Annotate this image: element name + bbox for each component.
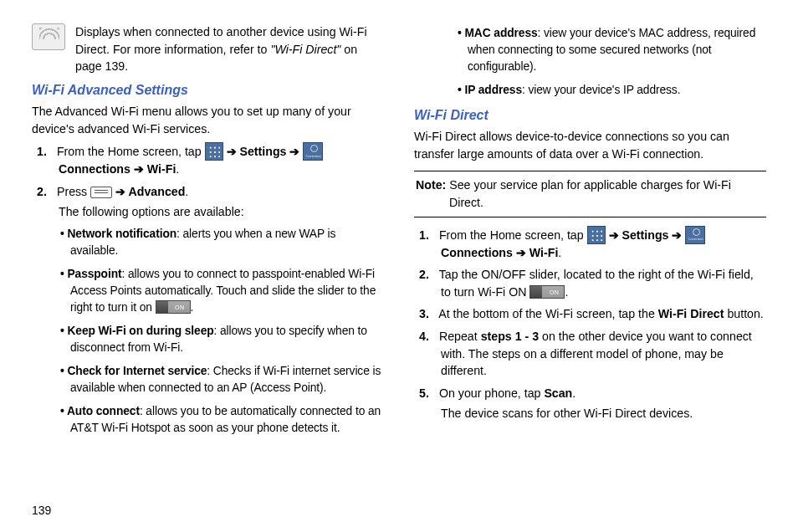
steps-ref: steps 1 - 3 bbox=[481, 330, 539, 343]
option-keep-wifi-sleep: Keep Wi-Fi on during sleep: allows you t… bbox=[60, 323, 384, 356]
text: . bbox=[565, 285, 568, 299]
arrow-icon: ➔ bbox=[668, 228, 685, 242]
advanced-label: Advanced bbox=[129, 185, 186, 198]
step-1: 1. From the Home screen, tap ➔ Settings … bbox=[436, 226, 766, 262]
note-text: See your service plan for applicable cha… bbox=[446, 178, 731, 209]
wifi-label: Wi-Fi bbox=[529, 246, 559, 259]
section-intro: Wi-Fi Direct allows device-to-device con… bbox=[414, 128, 766, 162]
cross-reference: "Wi-Fi Direct" bbox=[270, 43, 340, 56]
note-block: Note: See your service plan for applicab… bbox=[414, 171, 766, 217]
option-label: Network notification bbox=[67, 228, 176, 240]
left-column: Displays when connected to another devic… bbox=[32, 23, 384, 492]
text: From the Home screen, tap bbox=[57, 145, 205, 158]
option-network-notification: Network notification: alerts you when a … bbox=[60, 226, 384, 259]
advanced-steps: 1. From the Home screen, tap ➔ Settings … bbox=[54, 142, 384, 437]
step-number: 1. bbox=[419, 227, 436, 244]
step-number: 2. bbox=[37, 183, 54, 201]
on-toggle-icon bbox=[156, 300, 191, 314]
step-2: 2. Tap the ON/OFF slider, located to the… bbox=[436, 266, 766, 300]
option-text: : view your device's IP address. bbox=[522, 84, 680, 96]
step-number: 5. bbox=[419, 385, 436, 402]
arrow-icon: ➔ bbox=[513, 246, 529, 259]
section-intro: The Advanced Wi-Fi menu allows you to se… bbox=[32, 103, 384, 137]
step-4: 4. Repeat steps 1 - 3 on the other devic… bbox=[436, 328, 766, 380]
text: . bbox=[176, 162, 179, 176]
on-toggle-icon bbox=[529, 285, 565, 299]
text: . bbox=[558, 246, 561, 259]
wifi-direct-button-label: Wi-Fi Direct bbox=[658, 307, 724, 320]
apps-icon bbox=[205, 142, 223, 161]
option-label: Auto connect bbox=[67, 405, 140, 417]
page-columns: Displays when connected to another devic… bbox=[32, 23, 766, 492]
arrow-icon: ➔ bbox=[223, 145, 240, 158]
option-auto-connect: Auto connect: allows you to be automatic… bbox=[60, 403, 384, 437]
step-2: 2. Press ➔ Advanced. The following optio… bbox=[54, 183, 384, 437]
connections-label: Connections bbox=[59, 162, 130, 176]
step-number: 1. bbox=[37, 143, 54, 161]
advanced-options-list-cont: MAC address: view your device's MAC addr… bbox=[458, 25, 766, 99]
text: On your phone, tap bbox=[439, 386, 544, 400]
settings-label: Settings bbox=[622, 228, 668, 242]
option-label: MAC address bbox=[464, 27, 537, 39]
menu-icon bbox=[90, 187, 112, 198]
wifi-label: Wi-Fi bbox=[147, 162, 176, 176]
option-passpoint: Passpoint: allows you to connect to pass… bbox=[60, 266, 384, 316]
step-number: 3. bbox=[419, 305, 436, 323]
note-label: Note: bbox=[416, 178, 446, 192]
wifi-direct-indicator-block: Displays when connected to another devic… bbox=[32, 23, 384, 75]
text: Tap the ON/OFF slider, located to the ri… bbox=[439, 268, 754, 299]
advanced-options-list: Network notification: alerts you when a … bbox=[60, 226, 384, 437]
wifi-direct-steps: 1. From the Home screen, tap ➔ Settings … bbox=[436, 226, 766, 422]
section-heading-advanced: Wi-Fi Advanced Settings bbox=[32, 80, 384, 100]
text: Repeat bbox=[439, 330, 481, 343]
text: Press bbox=[57, 185, 90, 198]
wifi-direct-icon bbox=[32, 23, 65, 50]
option-check-internet: Check for Internet service: Checks if Wi… bbox=[60, 363, 384, 396]
right-column: MAC address: view your device's MAC addr… bbox=[414, 23, 766, 492]
connections-icon bbox=[303, 142, 323, 161]
section-heading-wifi-direct: Wi-Fi Direct bbox=[414, 105, 766, 125]
arrow-icon: ➔ bbox=[112, 185, 128, 198]
option-label: Keep Wi-Fi on during sleep bbox=[67, 325, 213, 337]
step-5-followup: The device scans for other Wi-Fi Direct … bbox=[441, 405, 766, 422]
option-text: . bbox=[191, 301, 194, 314]
step-1: 1. From the Home screen, tap ➔ Settings … bbox=[54, 142, 384, 178]
option-label: Passpoint bbox=[67, 268, 121, 280]
wifi-direct-indicator-text: Displays when connected to another devic… bbox=[75, 23, 384, 75]
step-3: 3. At the bottom of the Wi-Fi screen, ta… bbox=[436, 305, 766, 323]
connections-label: Connections bbox=[441, 246, 513, 259]
text: button. bbox=[724, 307, 763, 320]
option-mac-address: MAC address: view your device's MAC addr… bbox=[458, 25, 766, 75]
option-label: IP address bbox=[464, 84, 522, 96]
arrow-icon: ➔ bbox=[130, 162, 147, 176]
apps-icon bbox=[587, 226, 606, 244]
step-number: 2. bbox=[419, 266, 436, 284]
step-5: 5. On your phone, tap Scan. The device s… bbox=[436, 385, 766, 422]
text: . bbox=[572, 386, 575, 400]
arrow-icon: ➔ bbox=[286, 145, 303, 158]
arrow-icon: ➔ bbox=[606, 228, 622, 242]
settings-label: Settings bbox=[239, 145, 286, 158]
step-number: 4. bbox=[419, 328, 436, 345]
step-2-followup: The following options are available: bbox=[59, 203, 384, 221]
text: From the Home screen, tap bbox=[439, 228, 587, 242]
text: . bbox=[185, 185, 188, 198]
scan-label: Scan bbox=[544, 386, 572, 400]
connections-icon bbox=[685, 226, 705, 244]
option-ip-address: IP address: view your device's IP addres… bbox=[458, 82, 766, 99]
text: At the bottom of the Wi-Fi screen, tap t… bbox=[438, 307, 658, 320]
page-number: 139 bbox=[32, 504, 51, 517]
option-label: Check for Internet service bbox=[67, 365, 207, 377]
